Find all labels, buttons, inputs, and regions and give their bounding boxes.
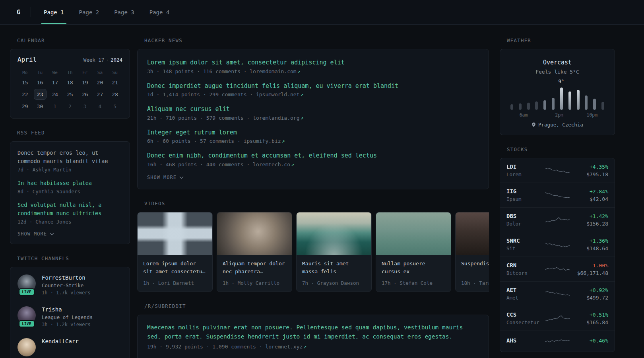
stock-row[interactable]: DBS Dolor +1.42% $156.28: [500, 207, 615, 232]
video-title[interactable]: Mauris sit amet massa felis: [302, 260, 366, 276]
external-link-icon[interactable]: ↗: [303, 344, 306, 350]
video-thumbnail[interactable]: [456, 212, 489, 255]
topbar: G Page 1 Page 2 Page 3 Page 4: [0, 0, 644, 25]
rss-item-title[interactable]: Donec tempor eros leo, ut commodo mauris…: [17, 149, 122, 165]
weather-location: Prague, Czechia: [507, 122, 607, 128]
day-header: Sa: [93, 68, 108, 77]
video-card[interactable]: Mauris sit amet massa felis 7h · Grayson…: [296, 212, 372, 292]
calendar-day: 29: [17, 101, 33, 112]
hn-item-meta-text: 16h · 468 points · 440 comments · loremt…: [147, 161, 290, 167]
stock-row[interactable]: LDI Lorem +4.35% $795.18: [500, 158, 615, 183]
calendar-day: 28: [107, 89, 122, 100]
live-badge: LIVE: [19, 288, 35, 296]
stock-name: Dolor: [506, 221, 543, 227]
hn-item-title[interactable]: Aliquam nec cursus elit: [147, 105, 479, 114]
videos-section-title: VIDEOS: [144, 200, 489, 206]
rss-item-title[interactable]: In hac habitasse platea: [17, 179, 122, 187]
channel-name[interactable]: Trisha: [42, 306, 93, 313]
stock-price: $148.64: [572, 245, 608, 251]
calendar-day: 25: [62, 89, 78, 100]
stock-price: $499.72: [572, 295, 608, 301]
tab-page-4[interactable]: Page 4: [147, 0, 172, 24]
stock-price: $42.04: [572, 196, 608, 202]
stock-sparkline: [543, 313, 572, 324]
video-card[interactable]: Suspendisse diam 18h · Tara: [455, 212, 489, 292]
calendar-day: 17: [47, 77, 62, 88]
tab-page-2[interactable]: Page 2: [77, 0, 102, 24]
video-thumbnail[interactable]: [138, 212, 212, 255]
rss-item-meta: 7d · Ashlyn Martin: [17, 167, 122, 173]
separator: ·: [104, 57, 111, 63]
video-title[interactable]: Lorem ipsum dolor sit amet consectetu…: [143, 260, 207, 276]
rss-item-meta: 8d · Cynthia Saunders: [17, 189, 122, 195]
video-thumbnail[interactable]: [297, 212, 371, 255]
rss-item: In hac habitasse platea 8d · Cynthia Sau…: [17, 179, 122, 195]
stock-sparkline: [543, 289, 572, 299]
video-title[interactable]: Nullam posuere cursus ex: [382, 260, 445, 276]
hn-item-meta: 6h · 60 points · 57 comments · ipsumify.…: [147, 138, 479, 144]
left-column: CALENDAR April Week 17·2024 Mo Tu We Th …: [10, 37, 130, 358]
stock-name: Sit: [506, 245, 543, 251]
stock-row[interactable]: SNRC Sit +1.36% $148.64: [500, 232, 615, 257]
channel-name[interactable]: KendallCarr: [42, 338, 79, 344]
stock-price: $165.84: [572, 319, 608, 325]
stock-row[interactable]: AHS +0.46%: [500, 331, 615, 352]
external-link-icon[interactable]: ↗: [297, 68, 301, 74]
channel-category: League of Legends: [42, 314, 93, 320]
tab-page-1[interactable]: Page 1: [41, 0, 66, 24]
stock-name: Lorem: [506, 171, 543, 177]
stocks-section-title: STOCKS: [507, 146, 615, 152]
video-card[interactable]: Lorem ipsum dolor sit amet consectetu… 1…: [137, 212, 213, 292]
weather-bar: [568, 91, 571, 110]
channel-viewers: 3h · 1.2k viewers: [42, 322, 93, 327]
rss-section-title: RSS FEED: [17, 130, 130, 136]
stock-row[interactable]: CRN Bitcorn -1.00% $66,171.48: [500, 257, 615, 281]
external-link-icon[interactable]: ↗: [301, 91, 304, 97]
twitch-channel[interactable]: LIVE ForrestBurton Counter-Strike 1h · 1…: [17, 274, 122, 298]
stock-id: AHS: [506, 337, 543, 345]
stock-name: Ipsum: [506, 196, 543, 202]
day-header: Mo: [17, 68, 33, 77]
twitch-channel[interactable]: LIVE Trisha League of Legends 3h · 1.2k …: [17, 306, 122, 330]
weather-hours: 6am2pm10pm: [510, 112, 604, 119]
video-title[interactable]: Suspendisse diam: [461, 260, 489, 276]
stock-row[interactable]: AET Amet +0.92% $499.72: [500, 281, 615, 306]
stocks-widget: STOCKS LDI Lorem +4.35% $795.18 IIG: [500, 146, 615, 352]
hn-item-meta: 3h · 148 points · 116 comments · loremdo…: [147, 68, 479, 74]
hn-item-title[interactable]: Lorem ipsum dolor sit amet, consectetur …: [147, 58, 479, 67]
dashboard-columns: CALENDAR April Week 17·2024 Mo Tu We Th …: [0, 25, 644, 358]
video-card[interactable]: Aliquam tempor dolor nec pharetra… 1h · …: [217, 212, 292, 292]
video-card[interactable]: Nullam posuere cursus ex 17h · Stefan Co…: [376, 212, 451, 292]
external-link-icon[interactable]: ↗: [291, 161, 294, 167]
tab-page-3[interactable]: Page 3: [112, 0, 137, 24]
hn-item-title[interactable]: Donec imperdiet augue tincidunt felis al…: [147, 82, 479, 91]
stock-sparkline: [543, 239, 572, 250]
video-title[interactable]: Aliquam tempor dolor nec pharetra…: [223, 260, 286, 276]
calendar-days-grid: 15 16 17 18 19 20 21 22 23 24 25 26 27 2…: [17, 77, 122, 112]
video-body: Mauris sit amet massa felis 7h · Grayson…: [297, 255, 371, 292]
stock-ticker: AHS: [506, 337, 543, 344]
hn-item-meta-text: 21h · 710 points · 579 comments · loreml…: [147, 115, 300, 121]
twitch-channel[interactable]: KendallCarr: [17, 338, 122, 358]
calendar-day: 26: [78, 89, 93, 100]
rss-show-more-button[interactable]: SHOW MORE: [17, 231, 122, 237]
channel-name[interactable]: ForrestBurton: [42, 274, 91, 281]
external-link-icon[interactable]: ↗: [301, 115, 304, 121]
weather-hour-label: 6am: [520, 112, 528, 118]
stock-row[interactable]: CCS Consectetur +0.51% $165.84: [500, 306, 615, 331]
stock-row[interactable]: IIG Ipsum +2.84% $42.04: [500, 183, 615, 207]
video-thumbnail[interactable]: [376, 212, 451, 255]
channel-info: KendallCarr: [42, 338, 79, 358]
video-thumbnail[interactable]: [217, 212, 292, 255]
weather-bar: [552, 98, 555, 110]
hn-show-more-button[interactable]: SHOW MORE: [147, 175, 479, 180]
live-badge: LIVE: [19, 320, 35, 327]
rss-item-title[interactable]: Sed volutpat nulla nisl, a condimentum n…: [17, 201, 122, 218]
hn-item-title[interactable]: Donec enim nibh, condimentum et accumsan…: [147, 151, 479, 160]
calendar-card: April Week 17·2024 Mo Tu We Th Fr Sa Su …: [10, 49, 130, 119]
external-link-icon[interactable]: ↗: [282, 138, 285, 144]
app-logo[interactable]: G: [17, 0, 20, 24]
subreddit-post-title[interactable]: Maecenas mollis pulvinar erat non posuer…: [147, 323, 479, 341]
video-body: Aliquam tempor dolor nec pharetra… 1h · …: [217, 255, 292, 292]
hn-item-title[interactable]: Integer eget rutrum lorem: [147, 128, 479, 137]
